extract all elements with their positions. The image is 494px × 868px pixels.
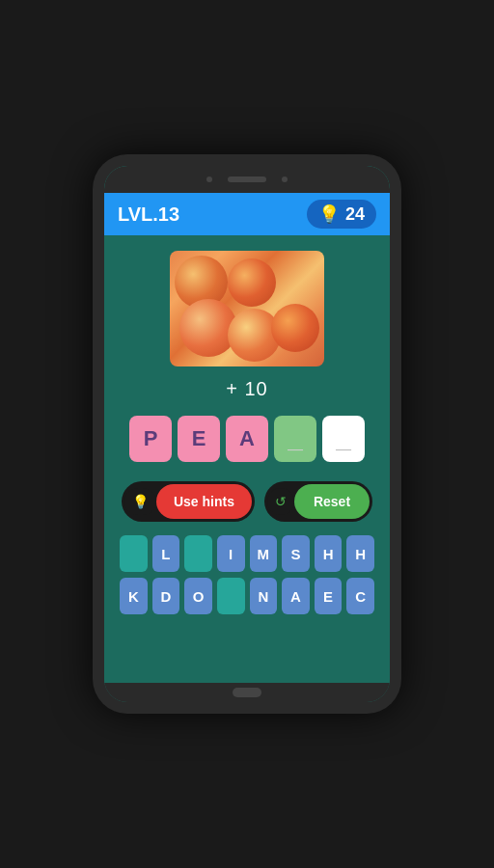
level-label: LVL.13 <box>118 203 179 226</box>
keyboard-row-2: K D O N A E C <box>120 578 374 614</box>
reset-button-wrapper: ↺ Reset <box>264 481 372 522</box>
keyboard: L I M S H H K D O N A E C <box>116 535 378 614</box>
keyboard-row-1: L I M S H H <box>120 535 374 572</box>
reset-icon: ↺ <box>267 488 294 515</box>
fruit-circle-3 <box>271 304 319 352</box>
phone-screen: LVL.13 💡 24 + 10 P E A _ _ <box>104 166 390 702</box>
phone-device: LVL.13 💡 24 + 10 P E A _ _ <box>93 154 401 714</box>
reset-button[interactable]: Reset <box>294 484 370 519</box>
key-A[interactable]: A <box>282 578 310 614</box>
answer-tile-2[interactable]: A <box>226 416 268 462</box>
key-M[interactable]: M <box>250 535 278 572</box>
key-empty-3[interactable] <box>217 578 245 614</box>
key-empty-1[interactable] <box>120 535 148 572</box>
key-empty-2[interactable] <box>184 535 212 572</box>
camera-dot-right <box>282 176 288 182</box>
bulb-icon: 💡 <box>318 203 340 225</box>
answer-tile-4[interactable]: _ <box>322 416 365 462</box>
key-K[interactable]: K <box>120 578 148 614</box>
answer-tile-3[interactable]: _ <box>274 416 316 462</box>
key-H1[interactable]: H <box>315 535 343 572</box>
key-N[interactable]: N <box>250 578 278 614</box>
fruit-image <box>170 251 324 366</box>
hints-count: 24 <box>345 204 365 225</box>
phone-bottom-bar <box>104 683 390 702</box>
score-label: + 10 <box>226 378 267 400</box>
answer-tile-1[interactable]: E <box>178 416 220 462</box>
answer-row: P E A _ _ <box>129 416 365 462</box>
hint-icon: 💡 <box>124 488 156 515</box>
key-L[interactable]: L <box>152 535 180 572</box>
game-header: LVL.13 💡 24 <box>104 193 390 235</box>
key-S[interactable]: S <box>282 535 310 572</box>
key-E[interactable]: E <box>315 578 343 614</box>
hints-badge: 💡 24 <box>307 200 376 229</box>
hints-button[interactable]: Use hints <box>156 484 252 519</box>
hints-button-wrapper: 💡 Use hints <box>122 481 255 522</box>
camera-dot <box>206 176 212 182</box>
answer-tile-0[interactable]: P <box>129 416 172 462</box>
phone-top-bar <box>104 166 390 193</box>
key-D[interactable]: D <box>152 578 180 614</box>
key-I[interactable]: I <box>217 535 245 572</box>
key-C[interactable]: C <box>346 578 374 614</box>
home-button <box>233 688 261 697</box>
game-area: + 10 P E A _ _ 💡 Use hints ↺ Reset <box>104 235 390 683</box>
key-O[interactable]: O <box>184 578 212 614</box>
speaker-grill <box>228 176 266 182</box>
key-H2[interactable]: H <box>346 535 374 572</box>
buttons-row: 💡 Use hints ↺ Reset <box>116 481 378 522</box>
